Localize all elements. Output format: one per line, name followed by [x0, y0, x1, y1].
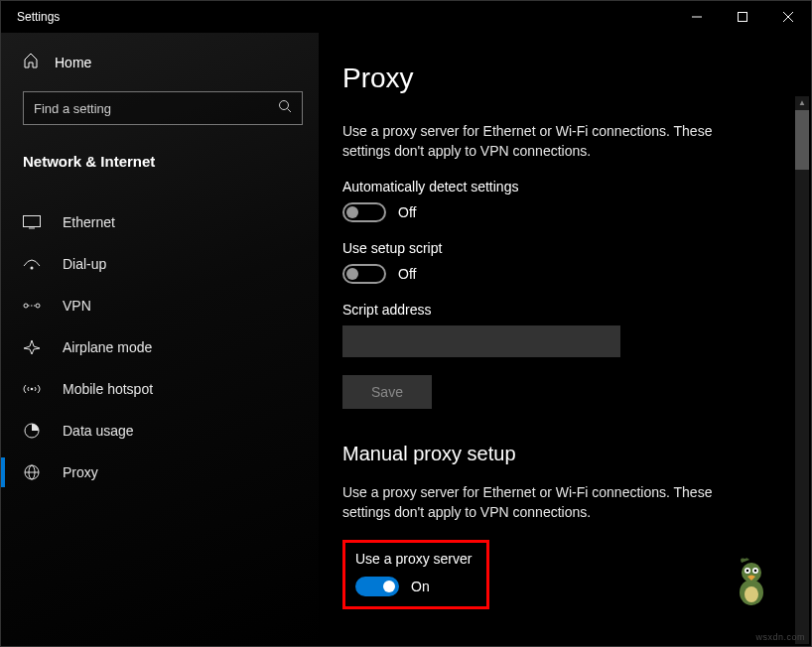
script-address-input[interactable] [342, 325, 620, 357]
sidebar-item-ethernet[interactable]: Ethernet [1, 201, 319, 243]
sidebar-item-label: Data usage [63, 423, 134, 439]
home-label: Home [55, 55, 91, 70]
sidebar-item-datausage[interactable]: Data usage [1, 410, 319, 452]
home-icon [23, 53, 39, 71]
maximize-button[interactable] [720, 1, 765, 33]
sidebar-item-label: Ethernet [63, 214, 115, 230]
setup-script-label: Use setup script [342, 240, 787, 256]
mascot-image [732, 555, 771, 606]
window-title: Settings [17, 10, 674, 24]
data-usage-icon [23, 423, 41, 439]
airplane-icon [23, 339, 41, 355]
titlebar: Settings [1, 1, 811, 33]
auto-detect-state: Off [398, 204, 416, 220]
svg-point-18 [744, 586, 758, 602]
watermark: wsxdn.com [755, 632, 805, 642]
svg-point-4 [280, 101, 289, 110]
svg-point-23 [754, 570, 757, 573]
use-proxy-state: On [411, 579, 430, 594]
svg-point-12 [31, 388, 34, 391]
svg-rect-6 [24, 216, 41, 227]
auto-detect-toggle[interactable] [342, 202, 386, 222]
home-link[interactable]: Home [1, 43, 319, 81]
setup-script-state: Off [398, 266, 416, 282]
sidebar-section-header: Network & Internet [1, 141, 319, 184]
sidebar-item-hotspot[interactable]: Mobile hotspot [1, 368, 319, 410]
scrollbar[interactable] [795, 96, 809, 644]
manual-proxy-description: Use a proxy server for Ethernet or Wi-Fi… [342, 483, 759, 522]
svg-point-8 [31, 267, 34, 270]
manual-proxy-title: Manual proxy setup [342, 443, 787, 465]
vpn-icon [23, 299, 41, 313]
minimize-button[interactable] [674, 1, 720, 33]
main-panel: Proxy Use a proxy server for Ethernet or… [319, 33, 811, 646]
sidebar-item-label: Mobile hotspot [63, 381, 153, 397]
sidebar-item-label: Dial-up [63, 256, 106, 272]
setup-script-toggle[interactable] [342, 264, 386, 284]
hotspot-icon [23, 382, 41, 396]
svg-rect-1 [739, 13, 747, 22]
search-icon [278, 99, 292, 117]
svg-point-10 [36, 304, 40, 308]
save-button[interactable]: Save [342, 375, 432, 409]
dialup-icon [23, 257, 41, 271]
use-proxy-toggle[interactable] [355, 577, 399, 596]
svg-point-22 [746, 570, 749, 573]
search-box[interactable] [23, 91, 303, 125]
scrollbar-thumb[interactable] [795, 110, 809, 170]
sidebar-item-label: Airplane mode [63, 339, 152, 355]
proxy-icon [23, 464, 41, 480]
window-controls [674, 1, 811, 33]
use-proxy-label: Use a proxy server [355, 551, 476, 567]
svg-point-9 [24, 304, 28, 308]
sidebar-item-dialup[interactable]: Dial-up [1, 243, 319, 285]
page-title: Proxy [342, 63, 787, 94]
proxy-description: Use a proxy server for Ethernet or Wi-Fi… [342, 122, 759, 161]
sidebar-item-label: Proxy [63, 464, 98, 480]
svg-line-5 [288, 109, 292, 113]
ethernet-icon [23, 215, 41, 229]
sidebar-item-airplane[interactable]: Airplane mode [1, 326, 319, 368]
sidebar-item-label: VPN [63, 298, 91, 314]
auto-detect-label: Automatically detect settings [342, 179, 787, 194]
close-button[interactable] [765, 1, 811, 33]
search-input[interactable] [34, 101, 278, 116]
highlight-annotation: Use a proxy server On [342, 540, 489, 609]
sidebar: Home Network & Internet Ethernet Dial-up [1, 33, 319, 646]
script-address-label: Script address [342, 302, 787, 318]
sidebar-item-proxy[interactable]: Proxy [1, 452, 319, 493]
sidebar-item-vpn[interactable]: VPN [1, 285, 319, 326]
